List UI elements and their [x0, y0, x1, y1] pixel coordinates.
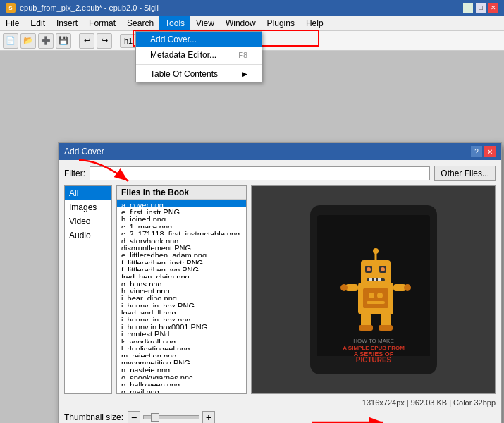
file-item-15[interactable]: load_and_ll.png: [117, 307, 246, 314]
toc-arrow-icon: ▶: [242, 70, 247, 78]
file-item-10[interactable]: fred_hen_claim.png: [117, 271, 246, 278]
tools-dropdown: Add Cover... Metadata Editor... F8 Table…: [135, 31, 262, 82]
svg-rect-26: [367, 301, 385, 304]
file-item-9[interactable]: f_littleredhen_wp.PNG: [117, 264, 246, 271]
svg-rect-10: [369, 278, 372, 281]
minimize-button[interactable]: _: [463, 3, 473, 13]
dialog-help-button[interactable]: ?: [471, 146, 482, 157]
dialog-title-buttons: ? ✕: [471, 146, 496, 157]
svg-point-18: [404, 284, 411, 291]
svg-rect-21: [359, 325, 373, 331]
app-title: epub_from_pix_2.epub* - epub2.0 - Sigil: [20, 4, 463, 12]
file-item-7[interactable]: e_littleredhen_adam.png: [117, 250, 246, 257]
svg-rect-23: [363, 288, 388, 308]
dialog-title-text: Add Cover: [64, 147, 471, 157]
cover-image: HOW TO MAKE A SIMPLE EPUB FROM A SERIES …: [310, 205, 437, 374]
file-item-18[interactable]: j_contest.PNd: [117, 329, 246, 336]
menu-view[interactable]: View: [190, 16, 220, 30]
svg-text:PICTURES: PICTURES: [355, 356, 391, 364]
add-cover-dialog: Add Cover ? ✕ Filter: Other Files... All…: [58, 142, 502, 423]
filter-label: Filter:: [64, 168, 85, 178]
title-bar: S epub_from_pix_2.epub* - epub2.0 - Sigi…: [0, 0, 504, 16]
toolbar-separator-2: [116, 35, 116, 47]
close-button[interactable]: ✕: [488, 3, 498, 13]
metadata-editor-label: Metadata Editor...: [150, 50, 216, 60]
file-item-0[interactable]: a_cover.png: [117, 200, 246, 207]
file-item-14[interactable]: i_bunny_in_box.PNG: [117, 300, 246, 307]
file-item-4[interactable]: c_2_171118_first_instructable.png: [117, 228, 246, 235]
toc-menuitem[interactable]: Table Of Contents ▶: [136, 66, 262, 82]
menu-plugins[interactable]: Plugins: [262, 16, 300, 30]
file-item-17[interactable]: j_bunny in box0001.PNG: [117, 321, 246, 329]
dialog-content: Filter: Other Files... All Images Video …: [59, 160, 501, 423]
cat-video[interactable]: Video: [65, 214, 111, 228]
file-item-25[interactable]: p_halloween.png: [117, 379, 246, 386]
info-row: 1316x724px | 962.03 KB | Color 32bpp: [64, 398, 496, 407]
file-item-13[interactable]: i_bear_dino.png: [117, 293, 246, 300]
add-button[interactable]: ➕: [38, 33, 54, 49]
add-cover-menuitem[interactable]: Add Cover...: [136, 32, 262, 47]
menu-insert[interactable]: Insert: [51, 16, 83, 30]
thumb-decrease-button[interactable]: −: [128, 411, 140, 423]
file-item-5[interactable]: d_storybook.png: [117, 235, 246, 243]
file-item-6[interactable]: disgruntlement.PNG: [117, 243, 246, 250]
preview-info-text: 1316x724px | 962.03 KB | Color 32bpp: [362, 398, 496, 407]
menu-search[interactable]: Search: [121, 16, 159, 30]
file-panel: Files In the Book a_cover.png e_first_in…: [116, 185, 247, 394]
file-item-22[interactable]: mycompetition.PNG: [117, 357, 246, 364]
file-item-2[interactable]: b_joined.png: [117, 214, 246, 221]
redo-button[interactable]: ↪: [97, 33, 112, 49]
svg-rect-11: [374, 278, 376, 281]
save-button[interactable]: 💾: [56, 33, 71, 49]
svg-point-24: [369, 293, 374, 298]
thumb-track[interactable]: [143, 415, 199, 419]
menu-file[interactable]: File: [0, 16, 25, 30]
file-item-3[interactable]: c_1_mace.png: [117, 221, 246, 228]
thumbnail-row: Thumbnail size: − +: [64, 411, 496, 423]
open-button[interactable]: 📂: [20, 33, 36, 49]
thumbnail-label: Thumbnail size:: [64, 412, 123, 422]
add-cover-label: Add Cover...: [150, 35, 197, 44]
file-item-21[interactable]: m_rejection.png: [117, 350, 246, 357]
undo-button[interactable]: ↩: [79, 33, 94, 49]
file-item-23[interactable]: n_pasteje.png: [117, 364, 246, 372]
dialog-main: All Images Video Audio Files In the Book…: [64, 185, 496, 394]
menu-window[interactable]: Window: [220, 16, 262, 30]
svg-point-17: [340, 284, 348, 291]
h1-button[interactable]: h1: [120, 34, 137, 48]
thumb-increase-button[interactable]: +: [202, 411, 215, 423]
svg-rect-22: [379, 325, 393, 331]
file-item-16[interactable]: j_bunny_in_box.png: [117, 314, 246, 321]
thumbnail-slider: − +: [128, 411, 215, 423]
category-panel: All Images Video Audio: [64, 185, 112, 394]
menu-tools[interactable]: Tools: [159, 16, 190, 30]
main-area: Add Cover ? ✕ Filter: Other Files... All…: [0, 51, 504, 423]
menu-bar: File Edit Insert Format Search Tools Vie…: [0, 16, 504, 31]
filter-input[interactable]: [90, 166, 430, 180]
file-item-11[interactable]: g_bugs.png: [117, 278, 246, 286]
file-item-24[interactable]: o_spookygarnes.pnc: [117, 372, 246, 379]
toc-label: Table Of Contents: [150, 69, 218, 79]
menu-help[interactable]: Help: [300, 16, 329, 30]
file-item-19[interactable]: k_voodkroll.png: [117, 336, 246, 343]
thumb-knob[interactable]: [151, 413, 159, 422]
maximize-button[interactable]: □: [476, 3, 486, 13]
metadata-editor-menuitem[interactable]: Metadata Editor... F8: [136, 47, 262, 63]
other-files-button[interactable]: Other Files...: [434, 166, 496, 181]
menu-format[interactable]: Format: [83, 16, 121, 30]
file-item-12[interactable]: h_vincent.png: [117, 286, 246, 293]
dialog-title-bar: Add Cover ? ✕: [59, 143, 501, 160]
file-item-1[interactable]: e_first_instr.PNG: [117, 207, 246, 214]
dialog-close-button[interactable]: ✕: [484, 146, 496, 157]
svg-rect-4: [361, 260, 391, 286]
file-item-26[interactable]: q_mail.png: [117, 386, 246, 393]
new-button[interactable]: 📄: [3, 33, 18, 49]
file-item-20[interactable]: l_duplicatingeel.png: [117, 343, 246, 350]
app-icon: S: [6, 3, 16, 13]
cat-all[interactable]: All: [65, 186, 111, 200]
dropdown-separator: [136, 64, 262, 65]
file-item-8[interactable]: f_littleredhen_instr.PNG: [117, 257, 246, 264]
cat-images[interactable]: Images: [65, 200, 111, 214]
cat-audio[interactable]: Audio: [65, 228, 111, 243]
menu-edit[interactable]: Edit: [25, 16, 51, 30]
